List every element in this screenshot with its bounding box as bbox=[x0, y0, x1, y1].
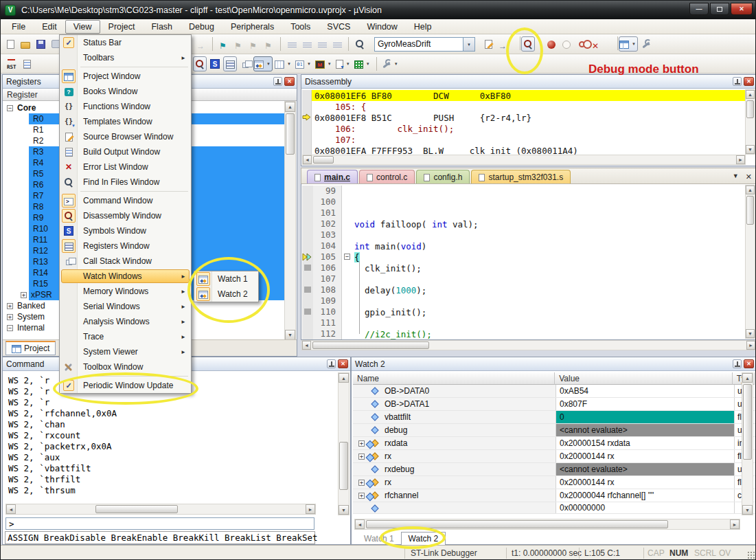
menu-item-memory-windows[interactable]: Memory Windows► bbox=[60, 284, 191, 299]
nav-forward-button[interactable] bbox=[194, 36, 208, 52]
watch-column-name[interactable]: Name bbox=[353, 372, 555, 385]
tree-expander[interactable]: − bbox=[7, 325, 13, 331]
reset-cpu-button[interactable] bbox=[5, 56, 19, 71]
code-line-107[interactable]: 107 bbox=[302, 273, 746, 284]
flag-on-button[interactable] bbox=[217, 36, 231, 52]
watch-vscrollbar[interactable]: ▲ ▼ bbox=[742, 372, 753, 515]
tab-config-h[interactable]: config.h bbox=[416, 170, 470, 184]
tab-control-c[interactable]: control.c bbox=[359, 170, 415, 184]
scroll-thumb[interactable] bbox=[366, 520, 668, 528]
tab-list-dropdown[interactable]: ▼ bbox=[733, 172, 739, 181]
scroll-thumb[interactable] bbox=[743, 384, 752, 460]
tab-startup-stm32f031-s[interactable]: startup_stm32f031.s bbox=[471, 170, 571, 184]
tree-expander[interactable]: + bbox=[358, 480, 365, 486]
menu-item-trace[interactable]: Trace► bbox=[60, 329, 191, 344]
tree-expander[interactable]: + bbox=[7, 314, 13, 320]
close-file-button[interactable]: ✕ bbox=[746, 172, 752, 181]
menu-item-find-in-files-window[interactable]: Find In Files Window bbox=[60, 175, 191, 190]
memory-windows-dd-button[interactable]: ▼ bbox=[274, 56, 293, 71]
breakpoint-set-button[interactable] bbox=[545, 36, 558, 52]
breakpoint-kill-button[interactable] bbox=[590, 36, 604, 52]
menu-item-templates-window[interactable]: Templates Window bbox=[60, 114, 191, 129]
menu-item-symbols-window[interactable]: Symbols Window bbox=[60, 223, 191, 238]
tree-expander[interactable]: + bbox=[7, 303, 13, 309]
code-line-110[interactable]: 110 gpio_init(); bbox=[302, 306, 746, 317]
build-log-button[interactable] bbox=[20, 56, 34, 71]
menu-item-periodic-window-update[interactable]: Periodic Window Update bbox=[60, 378, 191, 393]
menu-item-call-stack-window[interactable]: Call Stack Window bbox=[60, 254, 191, 269]
scroll-left-arrow[interactable]: ◄ bbox=[303, 155, 312, 164]
pin-icon[interactable] bbox=[327, 359, 336, 368]
watch-row-rx[interactable]: +rx0x20000144 rxfl bbox=[353, 450, 756, 463]
watch-hscrollbar[interactable]: ◄ ► bbox=[354, 519, 740, 530]
comment-button[interactable] bbox=[315, 36, 329, 52]
watch-windows-dd-button[interactable]: ▼ bbox=[253, 56, 273, 71]
breakpoint-disable-button[interactable] bbox=[560, 36, 573, 52]
system-viewer-dd-button[interactable]: ▼ bbox=[335, 56, 352, 71]
annotate-button[interactable] bbox=[481, 36, 495, 52]
uncomment-button[interactable] bbox=[330, 36, 344, 52]
flag-prev-button[interactable] bbox=[232, 36, 246, 52]
disassembly-hscrollbar[interactable]: ◄ ► bbox=[302, 155, 746, 165]
open-folder-button[interactable] bbox=[19, 36, 32, 52]
watch-row-ob-data1[interactable]: OB->DATA10x807Fu bbox=[353, 398, 756, 411]
menu-item-build-output-window[interactable]: Build Output Window bbox=[60, 144, 191, 159]
code-editor[interactable]: 99100101102void failloop( int val);10310… bbox=[301, 183, 756, 340]
menu-item-source-browser-window[interactable]: Source Browser Window bbox=[60, 129, 191, 144]
code-line-108[interactable]: 108 delay(1000); bbox=[302, 284, 746, 295]
command-vscrollbar[interactable]: ▲ ▼ bbox=[338, 372, 350, 515]
disassembly-line[interactable]: 106: clk_init(); bbox=[302, 123, 746, 134]
scroll-down-arrow[interactable]: ▼ bbox=[746, 329, 755, 338]
tree-expander[interactable]: + bbox=[21, 292, 27, 298]
scroll-left-arrow[interactable]: ◄ bbox=[355, 519, 365, 529]
serial-windows-dd-button[interactable]: ▼ bbox=[295, 56, 313, 71]
fold-toggle[interactable]: − bbox=[344, 254, 350, 260]
breakpoint-disable-all-button[interactable] bbox=[575, 36, 588, 52]
minimize-button[interactable]: — bbox=[689, 3, 709, 15]
outdent-button[interactable] bbox=[300, 36, 314, 52]
project-tab[interactable]: Project bbox=[5, 341, 56, 355]
submenu-item-watch-1[interactable]: Watch 1 bbox=[194, 271, 258, 287]
debug-settings-dd-button[interactable]: ▼ bbox=[381, 56, 400, 71]
menu-item-watch-windows[interactable]: Watch Windows► bbox=[60, 269, 191, 284]
callstack-window-button[interactable] bbox=[238, 56, 252, 71]
menu-item-project-window[interactable]: Project Window bbox=[60, 69, 191, 84]
maximize-button[interactable] bbox=[710, 3, 729, 15]
menu-item-system-viewer[interactable]: System Viewer► bbox=[60, 344, 191, 359]
close-panel-button[interactable]: ✕ bbox=[744, 77, 754, 86]
watch-row-rxdata[interactable]: +rxdata0x20000154 rxdatain bbox=[353, 437, 756, 450]
flag-next-button[interactable] bbox=[247, 36, 261, 52]
pin-icon[interactable] bbox=[733, 77, 742, 86]
search-combo-input[interactable]: GyroMeasDrift bbox=[374, 37, 463, 52]
menu-item-serial-windows[interactable]: Serial Windows► bbox=[60, 299, 191, 314]
menubar-flash[interactable]: Flash bbox=[143, 20, 181, 34]
search-combo-dropdown[interactable]: ▼ bbox=[463, 37, 475, 52]
tab-main-c[interactable]: main.c bbox=[307, 170, 358, 184]
scroll-thumb[interactable] bbox=[746, 100, 754, 118]
menubar-tools[interactable]: Tools bbox=[282, 20, 319, 34]
tree-expander[interactable]: − bbox=[7, 105, 13, 111]
menubar-file[interactable]: File bbox=[3, 20, 34, 34]
disassembly-line[interactable]: 107: bbox=[302, 134, 746, 145]
toolbox-dd-button[interactable]: ▼ bbox=[354, 56, 372, 71]
project-window-toggle-button[interactable]: ▼ bbox=[619, 36, 638, 52]
scroll-thumb[interactable] bbox=[95, 505, 178, 513]
scroll-right-arrow[interactable]: ► bbox=[730, 519, 740, 529]
watch-row-rx[interactable]: +rx0x20000144 rxfl bbox=[353, 476, 756, 489]
code-line-112[interactable]: 112 //i2c_init(); bbox=[302, 328, 746, 339]
menubar-project[interactable]: Project bbox=[100, 20, 144, 34]
code-line-100[interactable]: 100 bbox=[302, 197, 746, 208]
code-line-105[interactable]: 105−{ bbox=[302, 251, 746, 262]
watch-column-value[interactable]: Value bbox=[555, 372, 732, 385]
save-button[interactable] bbox=[34, 36, 47, 52]
menu-item-analysis-windows[interactable]: Analysis Windows► bbox=[60, 314, 191, 329]
scroll-thumb[interactable] bbox=[313, 156, 334, 164]
code-line-99[interactable]: 99 bbox=[302, 186, 746, 197]
scroll-down-arrow[interactable]: ▼ bbox=[285, 330, 295, 340]
analysis-windows-dd-button[interactable]: ▼ bbox=[314, 56, 334, 71]
debug-mode-button[interactable] bbox=[521, 36, 535, 52]
disassembly-window-button[interactable] bbox=[193, 56, 207, 71]
indent-button[interactable] bbox=[285, 36, 299, 52]
code-line-103[interactable]: 103 bbox=[302, 229, 746, 240]
close-panel-button[interactable]: ✕ bbox=[284, 77, 295, 86]
